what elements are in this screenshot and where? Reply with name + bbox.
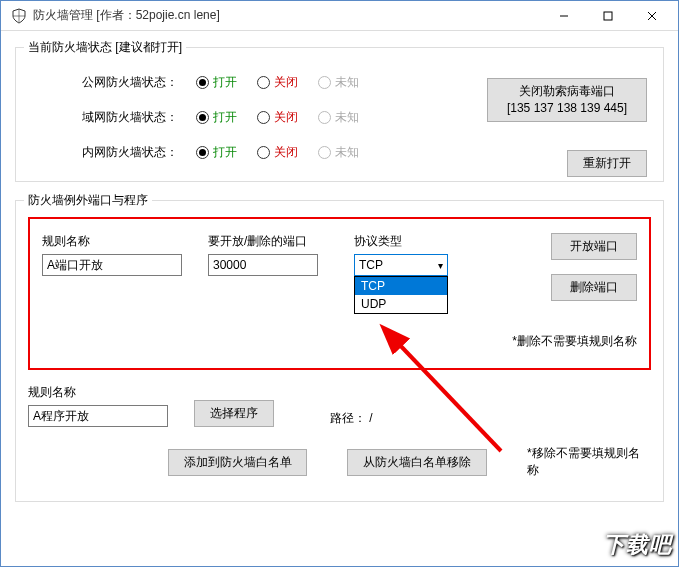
reopen-button[interactable]: 重新打开 bbox=[567, 150, 647, 177]
protocol-select[interactable]: TCP ▾ TCP UDP bbox=[354, 254, 448, 276]
window-title: 防火墙管理 [作者：52pojie.cn lene] bbox=[33, 7, 542, 24]
minimize-button[interactable] bbox=[542, 2, 586, 30]
chevron-down-icon: ▾ bbox=[438, 260, 443, 271]
watermark: 下载吧 bbox=[603, 530, 672, 560]
shield-icon bbox=[11, 8, 27, 24]
path-label: 路径： bbox=[330, 411, 366, 425]
protocol-label: 协议类型 bbox=[354, 233, 454, 250]
radio-close[interactable]: 关闭 bbox=[257, 109, 298, 126]
group-title: 防火墙例外端口与程序 bbox=[24, 192, 152, 209]
choose-program-button[interactable]: 选择程序 bbox=[194, 400, 274, 427]
group-title: 当前防火墙状态 [建议都打开] bbox=[24, 39, 186, 56]
maximize-button[interactable] bbox=[586, 2, 630, 30]
firewall-exception-group: 防火墙例外端口与程序 规则名称 要开放/删除的端口 协议类型 TCP ▾ bbox=[15, 200, 664, 502]
radio-open[interactable]: 打开 bbox=[196, 74, 237, 91]
rule-name2-label: 规则名称 bbox=[28, 384, 168, 401]
protocol-option-udp[interactable]: UDP bbox=[355, 295, 447, 313]
delete-note: *删除不需要填规则名称 bbox=[42, 333, 637, 350]
program-rule-name-input[interactable] bbox=[28, 405, 168, 427]
radio-open[interactable]: 打开 bbox=[196, 144, 237, 161]
radio-unknown[interactable]: 未知 bbox=[318, 109, 359, 126]
close-button[interactable] bbox=[630, 2, 674, 30]
path-value: / bbox=[369, 411, 372, 425]
protocol-option-tcp[interactable]: TCP bbox=[355, 277, 447, 295]
open-port-button[interactable]: 开放端口 bbox=[551, 233, 637, 260]
protocol-dropdown-list: TCP UDP bbox=[354, 276, 448, 314]
port-label: 要开放/删除的端口 bbox=[208, 233, 328, 250]
rule-name-input[interactable] bbox=[42, 254, 182, 276]
port-input[interactable] bbox=[208, 254, 318, 276]
svg-rect-1 bbox=[604, 12, 612, 20]
status-label: 域网防火墙状态： bbox=[58, 109, 178, 126]
port-rule-highlight-box: 规则名称 要开放/删除的端口 协议类型 TCP ▾ TCP bbox=[28, 217, 651, 370]
radio-open[interactable]: 打开 bbox=[196, 109, 237, 126]
delete-port-button[interactable]: 删除端口 bbox=[551, 274, 637, 301]
remove-whitelist-button[interactable]: 从防火墙白名单移除 bbox=[347, 449, 486, 476]
radio-close[interactable]: 关闭 bbox=[257, 144, 298, 161]
radio-close[interactable]: 关闭 bbox=[257, 74, 298, 91]
radio-unknown[interactable]: 未知 bbox=[318, 144, 359, 161]
firewall-status-group: 当前防火墙状态 [建议都打开] 公网防火墙状态： 打开 关闭 未知 域网防火墙状… bbox=[15, 47, 664, 182]
protocol-selected: TCP bbox=[359, 258, 383, 272]
remove-note: *移除不需要填规则名称 bbox=[527, 445, 651, 479]
status-label: 内网防火墙状态： bbox=[58, 144, 178, 161]
status-label: 公网防火墙状态： bbox=[58, 74, 178, 91]
radio-unknown[interactable]: 未知 bbox=[318, 74, 359, 91]
close-ransomware-ports-button[interactable]: 关闭勒索病毒端口 [135 137 138 139 445] bbox=[487, 78, 647, 122]
rule-name-label: 规则名称 bbox=[42, 233, 182, 250]
titlebar: 防火墙管理 [作者：52pojie.cn lene] bbox=[1, 1, 678, 31]
add-whitelist-button[interactable]: 添加到防火墙白名单 bbox=[168, 449, 307, 476]
